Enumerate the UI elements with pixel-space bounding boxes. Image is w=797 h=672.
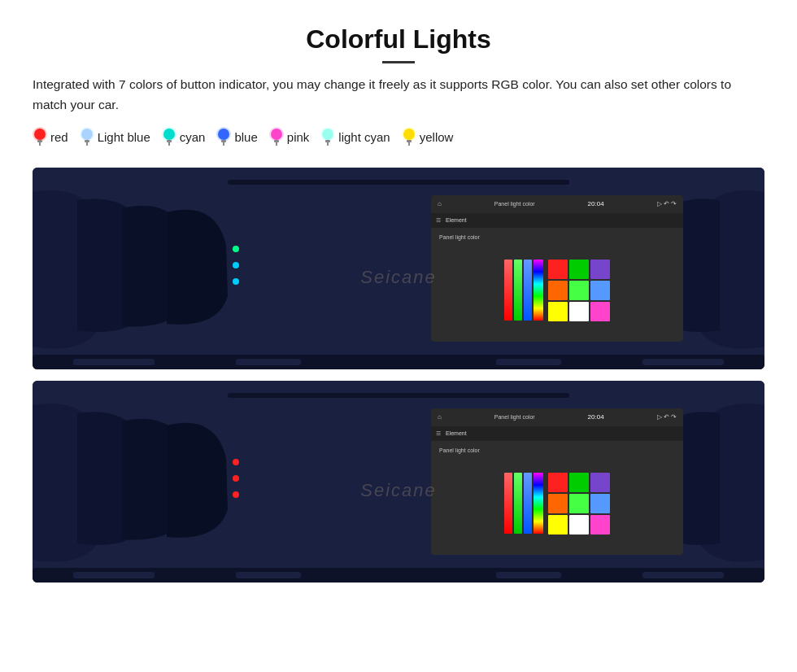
bar-blue (524, 260, 532, 321)
svg-point-17 (271, 129, 282, 140)
screen-nav-1: ☰ Element (431, 213, 683, 228)
page-container: Colorful Lights Integrated with 7 colors… (0, 0, 797, 607)
sq-lime (569, 281, 589, 300)
screen-1: ⌂ Panel light color 20:04 ▷ ↶ ↷ ☰ Elemen… (431, 195, 683, 342)
screen-time: 20:04 (588, 200, 604, 207)
svg-rect-33 (642, 359, 724, 365)
sq-white (569, 302, 589, 321)
bar-green-2 (514, 473, 522, 534)
svg-rect-10 (167, 140, 172, 142)
sq2-lime (569, 494, 589, 513)
svg-rect-43 (73, 572, 155, 578)
sq-lightblue (590, 281, 610, 300)
svg-rect-44 (236, 572, 301, 578)
title-section: Colorful Lights (33, 24, 764, 63)
watermark-2: Seicane (360, 480, 437, 501)
svg-rect-22 (325, 140, 330, 142)
sq2-red (548, 473, 568, 492)
svg-point-35 (233, 246, 239, 252)
screen-icons-2: ▷ ↶ ↷ (657, 413, 677, 421)
sq2-pink (590, 515, 610, 535)
bar-rainbow (534, 260, 543, 321)
bulb-icon-red (33, 127, 47, 148)
screen-header-2: ⌂ Panel light color 20:04 ▷ ↶ ↷ (431, 408, 683, 426)
svg-point-13 (218, 129, 229, 140)
sq2-green (569, 473, 589, 492)
screen-header-1: ⌂ Panel light color 20:04 ▷ ↶ ↷ (431, 195, 683, 213)
hamburger-icon: ☰ (436, 217, 441, 224)
svg-rect-6 (85, 140, 89, 142)
bulb-icon-pink (269, 127, 284, 148)
color-label-cyan: cyan (180, 130, 206, 144)
color-label-blue: blue (234, 130, 257, 144)
panel-color-label: Panel light color (439, 234, 480, 240)
svg-rect-26 (407, 140, 412, 142)
sq2-yellow (548, 515, 568, 535)
bulb-icon-yellow (402, 127, 416, 148)
svg-rect-32 (496, 359, 561, 365)
screen-app-label: Panel light color (494, 201, 535, 207)
color-item-cyan: cyan (162, 127, 206, 148)
description-text: Integrated with 7 colors of button indic… (33, 75, 764, 116)
bulb-icon-blue (216, 127, 231, 148)
color-item-blue: blue (216, 127, 257, 148)
svg-point-49 (233, 475, 239, 482)
sq-red (548, 260, 568, 279)
svg-point-50 (233, 491, 239, 498)
hamburger-icon-2: ☰ (436, 430, 441, 437)
bar-green (514, 260, 522, 321)
color-label-red: red (50, 130, 68, 144)
svg-rect-18 (274, 140, 279, 142)
color-bars-1 (504, 260, 543, 325)
svg-point-37 (233, 278, 239, 285)
nav-label: Element (446, 217, 467, 223)
svg-rect-45 (496, 572, 561, 578)
screen-time-2: 20:04 (588, 413, 604, 421)
bulb-icon-light-cyan (320, 127, 335, 148)
bulb-icon-cyan (162, 127, 176, 148)
screen-icons: ▷ ↶ ↷ (657, 200, 677, 207)
nav-label-2: Element (446, 430, 467, 436)
sq-yellow (548, 302, 568, 321)
color-indicators: redLight bluecyanbluepinklight cyanyello… (33, 127, 764, 148)
sq-green (569, 260, 589, 279)
bar-rainbow-2 (534, 473, 543, 534)
svg-point-36 (233, 262, 239, 268)
color-squares-1 (548, 260, 610, 325)
svg-rect-34 (228, 180, 569, 185)
color-item-light-cyan: light cyan (320, 127, 390, 148)
color-item-light-blue: Light blue (80, 127, 150, 148)
color-item-pink: pink (269, 127, 310, 148)
svg-rect-14 (221, 140, 226, 142)
svg-point-25 (403, 129, 415, 140)
screen-app-label-2: Panel light color (494, 414, 535, 420)
sq-purple (590, 260, 610, 279)
page-title: Colorful Lights (33, 24, 764, 55)
svg-point-21 (322, 129, 333, 140)
sq2-lightblue (590, 494, 610, 513)
svg-point-5 (81, 129, 93, 140)
color-squares-2 (548, 473, 610, 538)
color-item-red: red (33, 127, 68, 148)
svg-rect-31 (236, 359, 301, 365)
color-label-light-cyan: light cyan (338, 130, 390, 144)
sq-pink (590, 302, 610, 321)
color-label-yellow: yellow (420, 130, 454, 144)
svg-point-48 (233, 459, 239, 465)
svg-point-9 (163, 129, 175, 140)
svg-rect-30 (73, 359, 155, 365)
color-bars-2 (504, 473, 543, 538)
sq2-white (569, 515, 589, 535)
svg-point-1 (34, 129, 46, 140)
home-icon-2: ⌂ (438, 413, 442, 421)
watermark-1: Seicane (360, 267, 437, 288)
color-item-yellow: yellow (402, 127, 454, 148)
screen-2: ⌂ Panel light color 20:04 ▷ ↶ ↷ ☰ Elemen… (431, 408, 683, 555)
svg-rect-46 (642, 572, 724, 578)
svg-rect-47 (228, 393, 569, 398)
bulb-icon-light-blue (80, 127, 94, 148)
color-grid-2 (504, 473, 610, 538)
color-label-pink: pink (287, 130, 310, 144)
home-icon: ⌂ (438, 200, 442, 207)
bar-red (504, 260, 512, 321)
